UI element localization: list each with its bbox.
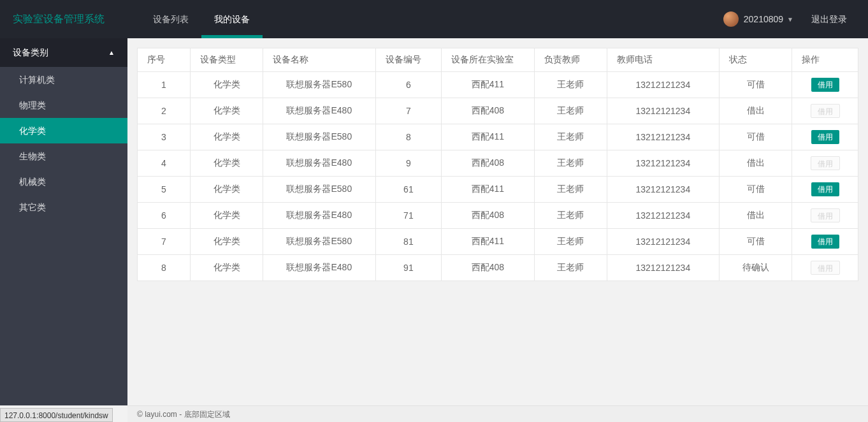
cell-lab: 西配411 bbox=[442, 124, 534, 150]
cell-status: 待确认 bbox=[720, 255, 792, 281]
cell-teacher: 王老师 bbox=[534, 98, 607, 124]
cell-type: 化学类 bbox=[191, 150, 263, 177]
borrow-button[interactable]: 借用 bbox=[811, 78, 839, 92]
cell-lab: 西配408 bbox=[442, 203, 534, 229]
cell-action: 借用 bbox=[792, 98, 858, 124]
cell-idx: 1 bbox=[138, 72, 191, 98]
cell-lab: 西配411 bbox=[442, 72, 534, 98]
table-row: 2化学类联想服务器E4807西配408王老师13212121234借出借用 bbox=[138, 98, 858, 124]
cell-phone: 13212121234 bbox=[607, 255, 719, 281]
cell-status: 可借 bbox=[720, 177, 792, 203]
cell-status: 借出 bbox=[720, 150, 792, 177]
cell-name: 联想服务器E580 bbox=[263, 72, 375, 98]
cell-code: 8 bbox=[375, 124, 442, 150]
cell-teacher: 王老师 bbox=[534, 229, 607, 255]
cell-teacher: 王老师 bbox=[534, 124, 607, 150]
user-name: 20210809 bbox=[744, 14, 783, 24]
table-row: 5化学类联想服务器E58061西配411王老师13212121234可借借用 bbox=[138, 177, 858, 203]
cell-name: 联想服务器E580 bbox=[263, 177, 375, 203]
app-header: 实验室设备管理系统 设备列表我的设备 20210809 ▼ 退出登录 bbox=[0, 0, 868, 38]
chevron-up-icon: ▲ bbox=[108, 38, 115, 67]
borrow-button[interactable]: 借用 bbox=[811, 182, 839, 196]
cell-name: 联想服务器E580 bbox=[263, 124, 375, 150]
cell-lab: 西配408 bbox=[442, 150, 534, 177]
cell-action: 借用 bbox=[792, 177, 858, 203]
cell-code: 91 bbox=[375, 255, 442, 281]
browser-statusbar: 127.0.0.1:8000/student/kindsw bbox=[0, 408, 113, 422]
sidebar-item-4[interactable]: 机械类 bbox=[0, 169, 127, 194]
cell-type: 化学类 bbox=[191, 72, 263, 98]
cell-name: 联想服务器E480 bbox=[263, 98, 375, 124]
cell-action: 借用 bbox=[792, 124, 858, 150]
col-action: 操作 bbox=[792, 48, 858, 72]
table-row: 8化学类联想服务器E48091西配408王老师13212121234待确认借用 bbox=[138, 255, 858, 281]
cell-name: 联想服务器E480 bbox=[263, 150, 375, 177]
cell-lab: 西配411 bbox=[442, 177, 534, 203]
cell-type: 化学类 bbox=[191, 255, 263, 281]
cell-phone: 13212121234 bbox=[607, 150, 719, 177]
sidebar-item-0[interactable]: 计算机类 bbox=[0, 67, 127, 92]
avatar-icon bbox=[723, 11, 739, 27]
table-row: 6化学类联想服务器E48071西配408王老师13212121234借出借用 bbox=[138, 203, 858, 229]
cell-code: 81 bbox=[375, 229, 442, 255]
cell-lab: 西配408 bbox=[442, 255, 534, 281]
nav-item-0[interactable]: 设备列表 bbox=[140, 0, 201, 38]
cell-idx: 6 bbox=[138, 203, 191, 229]
cell-type: 化学类 bbox=[191, 98, 263, 124]
table-row: 7化学类联想服务器E58081西配411王老师13212121234可借借用 bbox=[138, 229, 858, 255]
col-type: 设备类型 bbox=[191, 48, 263, 72]
cell-teacher: 王老师 bbox=[534, 255, 607, 281]
sidebar-item-5[interactable]: 其它类 bbox=[0, 194, 127, 220]
cell-teacher: 王老师 bbox=[534, 203, 607, 229]
cell-phone: 13212121234 bbox=[607, 229, 719, 255]
cell-action: 借用 bbox=[792, 229, 858, 255]
chevron-down-icon: ▼ bbox=[787, 16, 793, 23]
cell-idx: 4 bbox=[138, 150, 191, 177]
cell-phone: 13212121234 bbox=[607, 98, 719, 124]
app-logo[interactable]: 实验室设备管理系统 bbox=[0, 13, 127, 26]
borrow-button: 借用 bbox=[811, 208, 840, 222]
cell-name: 联想服务器E480 bbox=[263, 255, 375, 281]
footer: © layui.com - 底部固定区域 bbox=[127, 405, 868, 422]
cell-code: 6 bbox=[375, 72, 442, 98]
cell-idx: 5 bbox=[138, 177, 191, 203]
cell-status: 可借 bbox=[720, 124, 792, 150]
cell-idx: 8 bbox=[138, 255, 191, 281]
cell-status: 可借 bbox=[720, 72, 792, 98]
sidebar-item-1[interactable]: 物理类 bbox=[0, 92, 127, 118]
cell-lab: 西配411 bbox=[442, 229, 534, 255]
user-menu[interactable]: 20210809 ▼ bbox=[717, 0, 800, 38]
cell-action: 借用 bbox=[792, 255, 858, 281]
sidebar-item-2[interactable]: 化学类 bbox=[0, 118, 127, 143]
cell-teacher: 王老师 bbox=[534, 150, 607, 177]
borrow-button[interactable]: 借用 bbox=[811, 130, 839, 144]
header-right: 20210809 ▼ 退出登录 bbox=[717, 0, 858, 38]
logout-button[interactable]: 退出登录 bbox=[800, 0, 858, 38]
content-area: 序号 设备类型 设备名称 设备编号 设备所在实验室 负责教师 教师电话 状态 操… bbox=[127, 38, 868, 405]
cell-teacher: 王老师 bbox=[534, 72, 607, 98]
cell-type: 化学类 bbox=[191, 177, 263, 203]
nav-item-1[interactable]: 我的设备 bbox=[201, 0, 263, 38]
col-idx: 序号 bbox=[138, 48, 191, 72]
cell-lab: 西配408 bbox=[442, 98, 534, 124]
table-row: 3化学类联想服务器E5808西配411王老师13212121234可借借用 bbox=[138, 124, 858, 150]
sidebar-category-toggle[interactable]: 设备类别 ▲ bbox=[0, 38, 127, 67]
table-header-row: 序号 设备类型 设备名称 设备编号 设备所在实验室 负责教师 教师电话 状态 操… bbox=[138, 48, 858, 72]
cell-type: 化学类 bbox=[191, 229, 263, 255]
cell-type: 化学类 bbox=[191, 124, 263, 150]
sidebar-header-label: 设备类别 bbox=[13, 38, 48, 67]
col-teacher: 负责教师 bbox=[534, 48, 607, 72]
cell-code: 9 bbox=[375, 150, 442, 177]
borrow-button[interactable]: 借用 bbox=[811, 235, 839, 249]
cell-idx: 3 bbox=[138, 124, 191, 150]
cell-action: 借用 bbox=[792, 203, 858, 229]
cell-phone: 13212121234 bbox=[607, 124, 719, 150]
sidebar: 设备类别 ▲ 计算机类物理类化学类生物类机械类其它类 bbox=[0, 38, 127, 405]
cell-name: 联想服务器E580 bbox=[263, 229, 375, 255]
cell-phone: 13212121234 bbox=[607, 72, 719, 98]
sidebar-item-3[interactable]: 生物类 bbox=[0, 143, 127, 169]
table-row: 4化学类联想服务器E4809西配408王老师13212121234借出借用 bbox=[138, 150, 858, 177]
cell-idx: 7 bbox=[138, 229, 191, 255]
cell-status: 可借 bbox=[720, 229, 792, 255]
borrow-button: 借用 bbox=[811, 104, 840, 118]
